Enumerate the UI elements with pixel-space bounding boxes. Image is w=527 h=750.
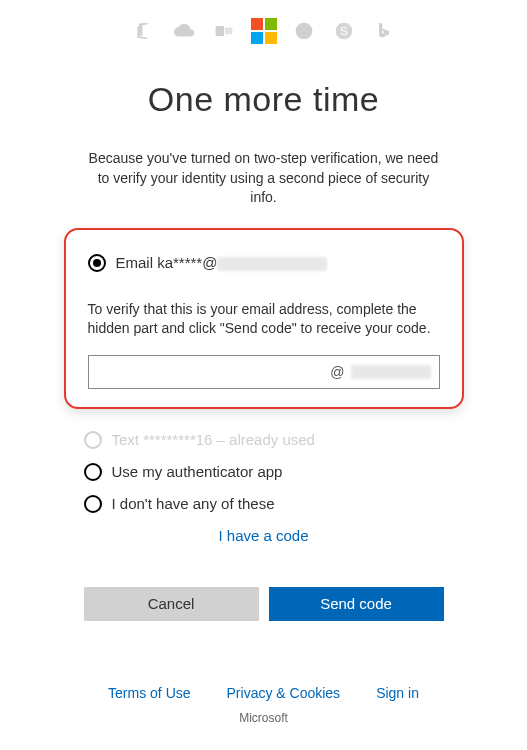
radio-icon[interactable] [84, 463, 102, 481]
cancel-button[interactable]: Cancel [84, 587, 259, 621]
footer-brand: Microsoft [0, 711, 527, 725]
radio-icon[interactable] [84, 495, 102, 513]
option-text-label: Text *********16 – already used [112, 431, 315, 448]
option-email-label: Email ka*****@ [116, 254, 218, 271]
xbox-icon[interactable] [293, 20, 315, 42]
obscured-suffix [351, 365, 431, 379]
send-code-button[interactable]: Send code [269, 587, 444, 621]
skype-icon[interactable]: S [333, 20, 355, 42]
signin-link[interactable]: Sign in [376, 685, 419, 701]
privacy-link[interactable]: Privacy & Cookies [227, 685, 341, 701]
other-options: Text *********16 – already used Use my a… [84, 417, 444, 545]
footer: Terms of Use Privacy & Cookies Sign in M… [0, 685, 527, 735]
option-email[interactable]: Email ka*****@ [88, 254, 440, 272]
email-input[interactable] [97, 364, 331, 380]
option-authenticator-label: Use my authenticator app [112, 463, 283, 480]
email-input-wrapper: @ [88, 355, 440, 389]
footer-links: Terms of Use Privacy & Cookies Sign in [0, 685, 527, 701]
have-code-wrapper: I have a code [84, 527, 444, 545]
bing-icon[interactable] [373, 20, 395, 42]
email-verification-box: Email ka*****@ To verify that this is yo… [64, 228, 464, 409]
microsoft-logo-icon[interactable] [253, 20, 275, 42]
option-none[interactable]: I don't have any of these [84, 495, 444, 513]
option-none-label: I don't have any of these [112, 495, 275, 512]
at-symbol: @ [330, 364, 344, 380]
obscured-domain [217, 257, 327, 271]
top-icon-bar: S [133, 20, 395, 42]
page-title: One more time [148, 80, 379, 119]
button-row: Cancel Send code [84, 587, 444, 621]
radio-icon[interactable] [88, 254, 106, 272]
svg-point-1 [295, 23, 312, 40]
svg-text:S: S [340, 24, 348, 37]
option-authenticator[interactable]: Use my authenticator app [84, 463, 444, 481]
verify-instructions: To verify that this is your email addres… [88, 300, 440, 339]
onedrive-icon[interactable] [173, 20, 195, 42]
option-text-disabled: Text *********16 – already used [84, 431, 444, 449]
outlook-icon[interactable] [213, 20, 235, 42]
office-icon[interactable] [133, 20, 155, 42]
subtitle-text: Because you've turned on two-step verifi… [84, 149, 444, 208]
svg-rect-0 [215, 26, 223, 36]
radio-icon [84, 431, 102, 449]
have-code-link[interactable]: I have a code [218, 527, 308, 544]
terms-link[interactable]: Terms of Use [108, 685, 190, 701]
